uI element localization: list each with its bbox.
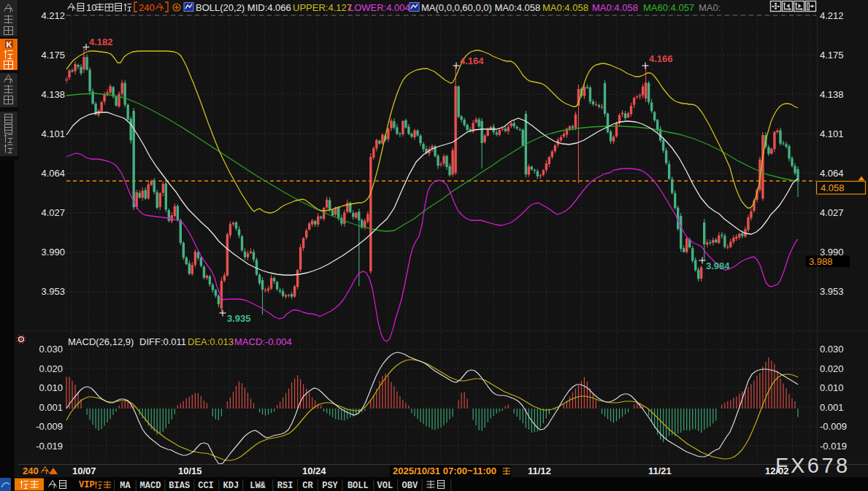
svg-text:KDJ: KDJ [223,481,239,491]
svg-text:3.990: 3.990 [41,247,65,258]
svg-text:11/21: 11/21 [648,465,672,476]
svg-text:240: 240 [139,2,155,13]
svg-text:4.138: 4.138 [41,89,65,100]
svg-text:-0.019: -0.019 [820,441,847,452]
svg-text:-0.009: -0.009 [36,421,63,432]
svg-text:0.020: 0.020 [820,363,844,374]
svg-text:0.010: 0.010 [820,382,844,393]
svg-text:4.058: 4.058 [821,182,845,193]
svg-text:0.030: 0.030 [39,344,63,355]
svg-text:3.953: 3.953 [41,286,65,297]
svg-text:3.935: 3.935 [227,313,251,324]
svg-text:UPPER:4.127: UPPER:4.127 [293,2,352,13]
svg-text:4.101: 4.101 [820,128,844,139]
svg-text:CCI: CCI [198,481,214,491]
svg-text:3.953: 3.953 [820,286,844,297]
svg-text:4.064: 4.064 [41,168,65,179]
svg-text:3.988: 3.988 [809,256,833,267]
svg-text:DIFF:0.011: DIFF:0.011 [139,336,186,347]
svg-text:FX678: FX678 [775,454,850,477]
svg-text:4.175: 4.175 [41,50,65,61]
svg-text:RSI: RSI [277,481,293,491]
svg-text:MA(0,0,0,60,0,0) MA0:4.058: MA(0,0,0,60,0,0) MA0:4.058 [421,2,540,13]
svg-text:BOLL(20,2) MID:4.066: BOLL(20,2) MID:4.066 [196,2,291,13]
svg-text:MA60:4.057: MA60:4.057 [643,2,694,13]
svg-text:11/12: 11/12 [528,465,551,476]
svg-text:240: 240 [23,465,39,476]
svg-text:2025/10/31 07:00~11:00: 2025/10/31 07:00~11:00 [393,465,496,476]
svg-text:OBV: OBV [402,481,418,491]
svg-text:MA0:: MA0: [699,2,721,13]
svg-text:10/15: 10/15 [178,465,202,476]
svg-text:0.030: 0.030 [820,344,844,355]
svg-text:4.027: 4.027 [41,207,65,218]
svg-text:VOL: VOL [377,481,393,491]
svg-text:4.212: 4.212 [820,10,844,21]
svg-text:MA: MA [120,481,131,491]
svg-text:LW&: LW& [250,481,266,491]
svg-text:4.101: 4.101 [41,128,65,139]
svg-text:10/24: 10/24 [302,465,326,476]
svg-text:10/07: 10/07 [72,465,96,476]
svg-text:MACD: MACD [140,481,161,491]
svg-text:-0.019: -0.019 [36,441,63,452]
svg-text:0.001: 0.001 [39,402,63,413]
svg-text:3.990: 3.990 [820,247,844,258]
svg-text:K: K [7,40,12,49]
svg-text:BOLL: BOLL [347,481,369,491]
svg-text:CR: CR [302,481,313,491]
svg-text:4.164: 4.164 [460,55,484,66]
svg-text:4.064: 4.064 [820,168,844,179]
svg-text:0.010: 0.010 [39,382,63,393]
svg-text:VIP: VIP [79,480,95,490]
svg-text:MACD(26,12,9): MACD(26,12,9) [68,336,134,347]
svg-text:3.984: 3.984 [706,260,730,271]
svg-text:MA0:4.058: MA0:4.058 [542,2,588,13]
svg-text:4.182: 4.182 [89,36,113,47]
svg-text:MA0:4.058: MA0:4.058 [592,2,638,13]
svg-text:DEA:0.013: DEA:0.013 [188,336,234,347]
svg-text:4.166: 4.166 [649,53,673,64]
svg-text:4.138: 4.138 [820,89,844,100]
svg-text:0.001: 0.001 [820,402,844,413]
svg-text:PSY: PSY [322,481,338,491]
svg-text:4.175: 4.175 [820,50,844,61]
svg-text:-0.009: -0.009 [820,421,847,432]
svg-text:BIAS: BIAS [169,481,190,491]
svg-text:MACD:-0.004: MACD:-0.004 [234,336,292,347]
svg-text:4.212: 4.212 [41,10,65,21]
svg-text:10: 10 [86,2,96,13]
svg-text:4.027: 4.027 [820,207,844,218]
svg-text:0.020: 0.020 [39,363,63,374]
svg-text:LOWER:4.004: LOWER:4.004 [349,2,410,13]
